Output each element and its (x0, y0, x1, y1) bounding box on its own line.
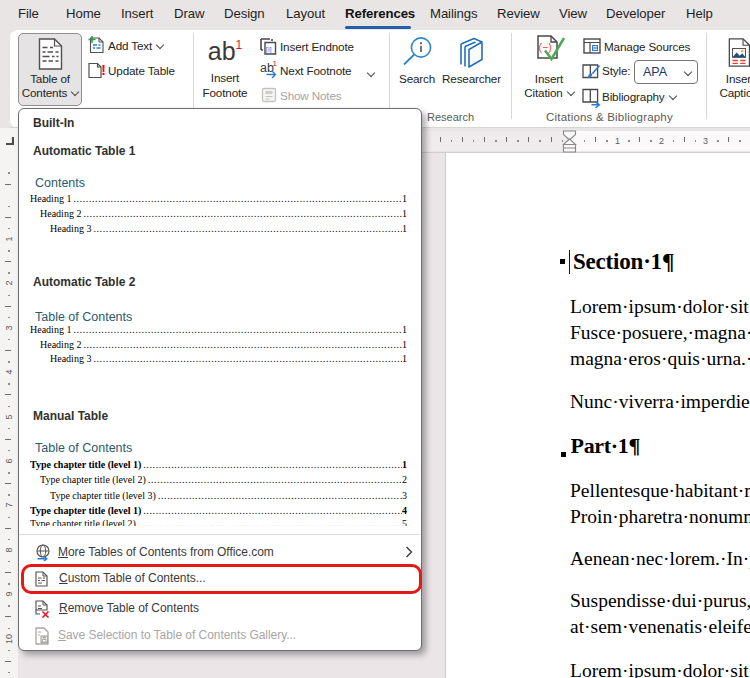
svg-text:[i]: [i] (266, 45, 272, 54)
svg-text:!: ! (101, 62, 106, 78)
